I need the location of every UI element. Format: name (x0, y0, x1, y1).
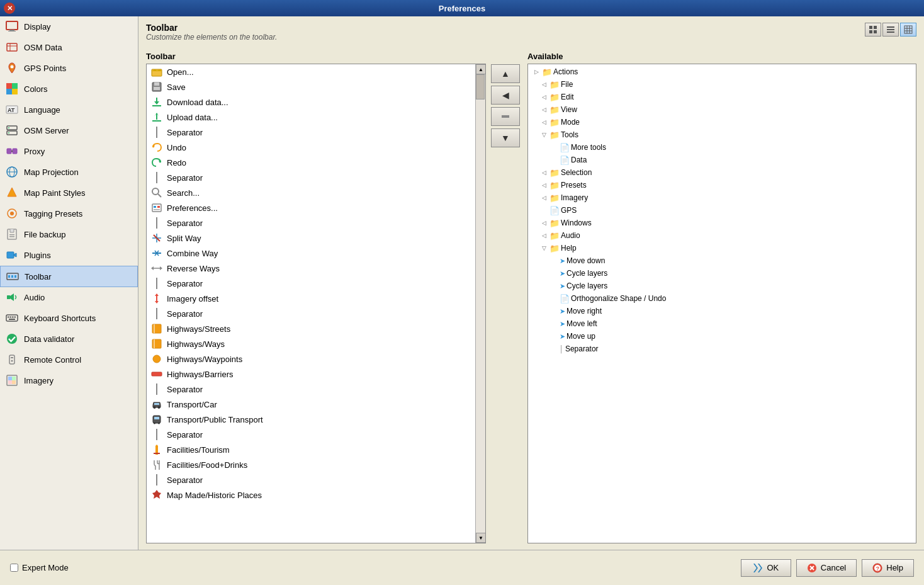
tree-item-move-left[interactable]: ➤ Move left (529, 317, 915, 330)
tree-item-move-up[interactable]: ➤ Move up (529, 330, 915, 343)
sidebar-item-file-backup[interactable]: File backup (0, 224, 138, 245)
selection-expander[interactable]: ◁ (539, 168, 548, 177)
list-item[interactable]: Download data... (147, 94, 475, 110)
tree-item-cycle-layers1[interactable]: ➤ Cycle layers (529, 267, 915, 280)
list-item-separator[interactable]: Separator (147, 215, 475, 230)
tree-item-audio[interactable]: ◁ 📁 Audio (529, 229, 915, 242)
tree-item-gps[interactable]: 📄 GPS (529, 204, 915, 217)
toolbar-scrollbar[interactable]: ▲ ▼ (475, 64, 485, 543)
sidebar-item-keyboard-shortcuts[interactable]: Keyboard Shortcuts (0, 308, 138, 329)
sidebar-item-display[interactable]: Display (0, 16, 138, 37)
sidebar-item-plugins[interactable]: Plugins (0, 245, 138, 266)
list-item[interactable]: Transport/Public Transport (147, 412, 475, 427)
list-item[interactable]: Redo (147, 155, 475, 170)
list-view-button[interactable] (865, 23, 881, 37)
scroll-track[interactable] (476, 74, 485, 533)
sidebar-item-remote-control[interactable]: Remote Control (0, 349, 138, 370)
sidebar-item-tagging-presets[interactable]: Tagging Presets (0, 203, 138, 224)
expert-mode-checkbox[interactable] (10, 564, 18, 572)
remove-button[interactable] (491, 107, 520, 126)
sidebar-item-osm-data[interactable]: OSM Data (0, 37, 138, 58)
tree-item-ortho[interactable]: 📄 Orthogonalize Shape / Undo (529, 292, 915, 305)
close-button[interactable]: ✕ (4, 3, 15, 14)
list-item-separator[interactable]: Separator (147, 125, 475, 140)
tree-item-more-tools[interactable]: 📄 More tools (529, 141, 915, 154)
tree-item-separator-available[interactable]: │ Separator (529, 343, 915, 355)
cancel-button[interactable]: Cancel (796, 559, 857, 577)
move-down-button[interactable]: ▼ (491, 128, 520, 147)
audio-expander[interactable]: ◁ (539, 231, 548, 240)
list-item[interactable]: Open... (147, 64, 475, 79)
list-item[interactable]: Transport/Car (147, 397, 475, 412)
tree-item-cycle-layers2[interactable]: ➤ Cycle layers (529, 280, 915, 292)
sidebar-item-data-validator[interactable]: Data validator (0, 329, 138, 349)
list-item[interactable]: Facilities/Food+Drinks (147, 457, 475, 472)
move-up-button[interactable]: ▲ (491, 64, 520, 83)
toolbar-list[interactable]: Open... Save (147, 64, 475, 543)
list-item[interactable]: Highways/Waypoints (147, 351, 475, 366)
list-item-separator[interactable]: Separator (147, 472, 475, 487)
tree-item-mode[interactable]: ◁ 📁 Mode (529, 116, 915, 128)
list-item[interactable]: Preferences... (147, 200, 475, 215)
tree-item-file[interactable]: ◁ 📁 File (529, 78, 915, 91)
scroll-down-btn[interactable]: ▼ (476, 533, 486, 543)
tree-item-edit[interactable]: ◁ 📁 Edit (529, 91, 915, 103)
sidebar-item-language[interactable]: AT Language (0, 99, 138, 120)
list-item[interactable]: Undo (147, 140, 475, 155)
tree-item-actions[interactable]: ▷ 📁 Actions (529, 65, 915, 78)
actions-expander[interactable]: ▷ (532, 67, 541, 76)
tree-item-view[interactable]: ◁ 📁 View (529, 103, 915, 116)
sidebar-item-map-projection[interactable]: Map Projection (0, 162, 138, 183)
list-item-separator[interactable]: Separator (147, 382, 475, 397)
grid-view-button[interactable] (882, 23, 899, 37)
sidebar-item-gps-points[interactable]: GPS Points (0, 58, 138, 79)
list-item[interactable]: Save (147, 79, 475, 94)
tree-item-imagery[interactable]: ◁ 📁 Imagery (529, 191, 915, 204)
sidebar-item-map-paint-styles[interactable]: Map Paint Styles (0, 183, 138, 203)
list-item-separator[interactable]: Separator (147, 170, 475, 185)
list-item[interactable]: Highways/Streets (147, 321, 475, 336)
tree-item-data[interactable]: 📄 Data (529, 154, 915, 166)
list-item-separator[interactable]: Separator (147, 276, 475, 291)
move-left-button[interactable]: ◀ (491, 86, 520, 105)
presets-expander[interactable]: ◁ (539, 181, 548, 190)
tree-item-presets[interactable]: ◁ 📁 Presets (529, 179, 915, 191)
ok-button[interactable]: OK (741, 559, 791, 577)
view-expander[interactable]: ◁ (539, 105, 548, 114)
tree-item-move-down[interactable]: ➤ Move down (529, 254, 915, 267)
list-item[interactable]: Search... (147, 185, 475, 200)
list-item-separator[interactable]: Separator (147, 427, 475, 442)
sidebar-item-osm-server[interactable]: OSM Server (0, 120, 138, 141)
file-expander[interactable]: ◁ (539, 80, 548, 89)
sidebar-item-imagery[interactable]: Imagery (0, 370, 138, 391)
tree-item-selection[interactable]: ◁ 📁 Selection (529, 166, 915, 179)
tools-expander[interactable]: ▽ (539, 130, 548, 139)
table-view-button[interactable] (900, 23, 916, 37)
list-item[interactable]: Split Way (147, 230, 475, 246)
tree-item-help[interactable]: ▽ 📁 Help (529, 242, 915, 254)
sidebar-item-toolbar[interactable]: Toolbar (0, 266, 138, 287)
list-item[interactable]: Combine Way (147, 246, 475, 261)
tree-item-windows[interactable]: ◁ 📁 Windows (529, 217, 915, 229)
scroll-up-btn[interactable]: ▲ (476, 64, 486, 74)
list-item[interactable]: Highways/Barriers (147, 366, 475, 382)
sidebar-item-colors[interactable]: Colors (0, 79, 138, 99)
list-item[interactable]: Imagery offset (147, 291, 475, 306)
list-item[interactable]: Highways/Ways (147, 336, 475, 351)
list-item[interactable]: Upload data... (147, 110, 475, 125)
imagery-expander[interactable]: ◁ (539, 193, 548, 202)
sidebar-item-audio[interactable]: Audio (0, 287, 138, 308)
help-expander[interactable]: ▽ (539, 244, 548, 253)
tree-item-tools[interactable]: ▽ 📁 Tools (529, 128, 915, 141)
list-item-separator[interactable]: Separator (147, 306, 475, 321)
tree-item-move-right[interactable]: ➤ Move right (529, 305, 915, 317)
scroll-thumb[interactable] (476, 74, 485, 99)
help-button[interactable]: ? Help (862, 559, 914, 577)
mode-expander[interactable]: ◁ (539, 118, 548, 127)
sidebar-item-proxy[interactable]: Proxy (0, 141, 138, 162)
list-item[interactable]: Map Made/Historic Places (147, 487, 475, 503)
list-item[interactable]: Facilities/Tourism (147, 442, 475, 457)
windows-expander[interactable]: ◁ (539, 219, 548, 227)
available-list[interactable]: ▷ 📁 Actions ◁ 📁 File ◁ 📁 Edit (527, 64, 916, 543)
list-item[interactable]: Reverse Ways (147, 261, 475, 276)
